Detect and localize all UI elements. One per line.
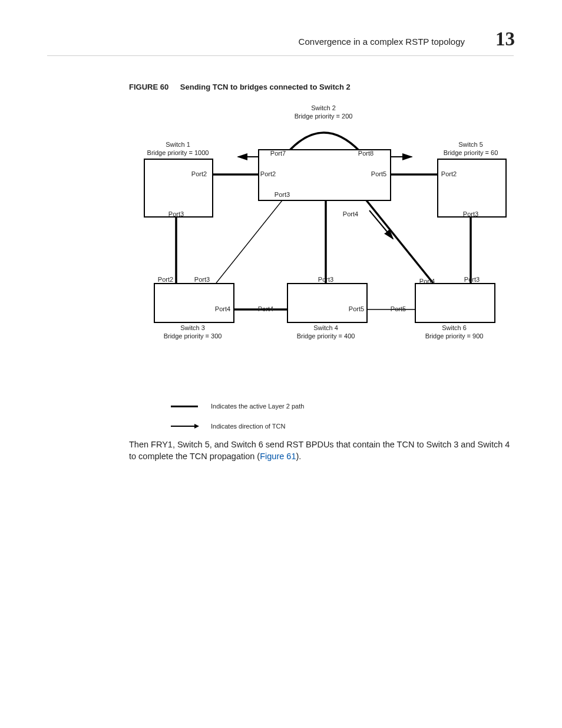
chapter-number: 13	[495, 28, 515, 50]
switch4-priority: Bridge priority = 400	[297, 332, 355, 340]
switch1-name: Switch 1	[166, 141, 190, 148]
switch4-name: Switch 4	[313, 324, 338, 331]
switch1-box	[144, 159, 213, 218]
svg-line-8	[369, 210, 393, 239]
figure-label: FIGURE 60	[129, 83, 168, 91]
port-s2-8: Port8	[358, 150, 373, 157]
port-s1-2: Port2	[191, 170, 207, 177]
figure-caption: FIGURE 60 Sending TCN to bridges connect…	[129, 83, 351, 91]
switch3-priority: Bridge priority = 300	[164, 332, 222, 340]
svg-line-7	[366, 200, 433, 283]
switch5-priority: Bridge priority = 60	[444, 149, 498, 156]
port-s5-3: Port3	[463, 210, 478, 218]
body-text-a: Then FRY1, Switch 5, and Switch 6 send R…	[129, 440, 510, 461]
port-s6-4: Port4	[419, 278, 435, 285]
legend-tcn-direction-label: Indicates direction of TCN	[211, 423, 285, 430]
port-s2-2l: Port2	[260, 170, 276, 177]
switch4-box	[287, 283, 368, 323]
legend-tcn-direction: Indicates direction of TCN	[171, 423, 304, 430]
header-rule	[47, 55, 514, 56]
figure-title: Sending TCN to bridges connected to Swit…	[180, 83, 351, 91]
port-s2-7: Port7	[270, 150, 286, 157]
legend-arrow-icon	[171, 423, 198, 430]
port-s2-5: Port5	[371, 170, 386, 177]
switch5-box	[437, 159, 507, 218]
port-s4-5: Port5	[349, 305, 364, 312]
figure-crossref[interactable]: Figure 61	[260, 452, 296, 461]
switch1-priority: Bridge priority = 1000	[147, 149, 209, 156]
port-s3-2: Port2	[158, 276, 173, 283]
switch6-name: Switch 6	[442, 324, 467, 331]
switch6-box	[415, 283, 495, 323]
body-paragraph: Then FRY1, Switch 5, and Switch 6 send R…	[129, 439, 512, 462]
legend-active-path-icon	[171, 406, 198, 407]
port-s4-4: Port4	[258, 305, 273, 312]
switch5-name: Switch 5	[458, 141, 483, 148]
section-title: Convergence in a complex RSTP topology	[299, 37, 465, 47]
body-text-b: ).	[296, 452, 301, 461]
diagram-legend: Indicates the active Layer 2 path Indica…	[171, 403, 304, 443]
legend-active-path-label: Indicates the active Layer 2 path	[211, 403, 304, 410]
port-s6-3: Port3	[464, 276, 480, 283]
switch2-name: Switch 2	[311, 104, 336, 111]
legend-active-path: Indicates the active Layer 2 path	[171, 403, 304, 410]
switch3-name: Switch 3	[180, 324, 205, 331]
port-s6-5: Port5	[391, 305, 406, 312]
switch2-priority: Bridge priority = 200	[295, 113, 353, 120]
page: Convergence in a complex RSTP topology 1…	[0, 0, 562, 728]
port-s5-2: Port2	[441, 170, 457, 177]
port-s3-4: Port4	[215, 305, 230, 312]
port-s1-3: Port3	[168, 210, 184, 218]
switch6-priority: Bridge priority = 900	[425, 332, 484, 340]
topology-diagram: Switch 2 Bridge priority = 200 Port7 Por…	[129, 97, 518, 404]
port-s3-3: Port3	[194, 276, 210, 283]
port-s4-3: Port3	[318, 276, 333, 283]
switch3-box	[154, 283, 234, 323]
svg-line-6	[216, 200, 282, 283]
port-s2-4: Port4	[343, 210, 358, 218]
port-s2-3: Port3	[275, 191, 290, 198]
